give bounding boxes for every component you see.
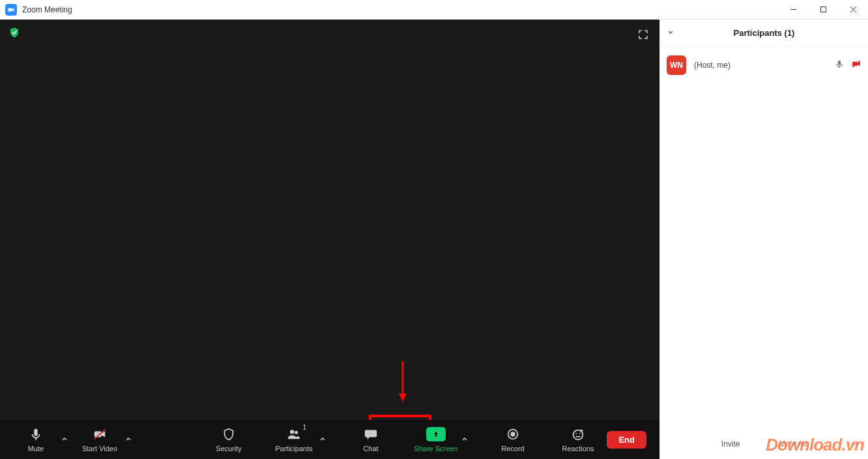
close-button[interactable]	[838, 0, 868, 20]
participants-button[interactable]: 1 Participants	[271, 421, 317, 458]
encryption-shield-icon[interactable]	[8, 26, 21, 39]
svg-point-11	[295, 431, 298, 434]
svg-point-13	[511, 432, 515, 436]
mute-all-button[interactable]: Mute All	[779, 439, 807, 449]
security-label: Security	[216, 445, 242, 452]
share-screen-icon	[426, 427, 446, 441]
svg-rect-2	[820, 7, 826, 12]
end-button[interactable]: End	[607, 431, 646, 449]
svg-rect-0	[8, 8, 12, 11]
window-title: Zoom Meeting	[22, 5, 72, 14]
titlebar: Zoom Meeting	[0, 0, 868, 20]
mute-options-caret[interactable]	[59, 421, 70, 458]
mic-on-icon	[834, 59, 845, 72]
svg-rect-19	[838, 61, 841, 65]
invite-button[interactable]: Invite	[721, 439, 740, 449]
fullscreen-button[interactable]	[635, 26, 652, 43]
participants-panel-title: Participants (1)	[734, 28, 795, 38]
meeting-toolbar: Mute Start Video Security	[0, 420, 659, 459]
reactions-button[interactable]: Reactions	[555, 421, 601, 458]
participant-row[interactable]: WN (Host, me)	[667, 52, 861, 78]
security-button[interactable]: Security	[206, 421, 252, 458]
reactions-icon	[571, 426, 585, 442]
video-area: Mute Start Video Security	[0, 20, 659, 459]
participants-panel: Participants (1) WN (Host, me) Invite Mu…	[659, 20, 868, 459]
record-label: Record	[501, 445, 524, 452]
avatar: WN	[667, 55, 686, 75]
microphone-icon	[29, 426, 43, 442]
share-screen-button[interactable]: Share Screen	[413, 421, 459, 458]
chat-label: Chat	[363, 445, 378, 452]
video-off-icon	[93, 426, 107, 442]
participants-list: WN (Host, me)	[660, 47, 868, 429]
panel-collapse-caret[interactable]	[667, 28, 674, 38]
share-options-caret[interactable]	[459, 421, 470, 458]
chat-icon	[364, 426, 378, 442]
chat-button[interactable]: Chat	[348, 421, 394, 458]
participant-role: (Host, me)	[694, 61, 834, 70]
shield-icon	[222, 426, 236, 442]
svg-rect-6	[34, 429, 38, 436]
mute-button[interactable]: Mute	[13, 421, 59, 458]
mute-label: Mute	[28, 445, 44, 452]
video-main	[0, 20, 659, 420]
participants-panel-footer: Invite Mute All ⋯	[660, 429, 868, 459]
participants-icon	[287, 426, 301, 442]
participants-count: 1	[302, 424, 306, 431]
record-button[interactable]: Record	[490, 421, 536, 458]
record-icon	[506, 426, 520, 442]
video-off-icon	[851, 59, 861, 72]
reactions-label: Reactions	[562, 445, 594, 452]
more-options-button[interactable]: ⋯	[850, 439, 859, 449]
participants-panel-header: Participants (1)	[660, 20, 868, 47]
svg-point-10	[290, 430, 294, 434]
zoom-app-icon	[5, 4, 17, 16]
participants-options-caret[interactable]	[317, 421, 328, 458]
svg-point-16	[579, 433, 581, 434]
participants-label: Participants	[275, 445, 312, 452]
maximize-button[interactable]	[808, 0, 838, 20]
share-screen-label: Share Screen	[414, 445, 457, 452]
video-options-caret[interactable]	[123, 421, 134, 458]
svg-point-15	[575, 433, 577, 434]
minimize-button[interactable]	[778, 0, 808, 20]
start-video-button[interactable]: Start Video	[77, 421, 123, 458]
start-video-label: Start Video	[82, 445, 117, 452]
